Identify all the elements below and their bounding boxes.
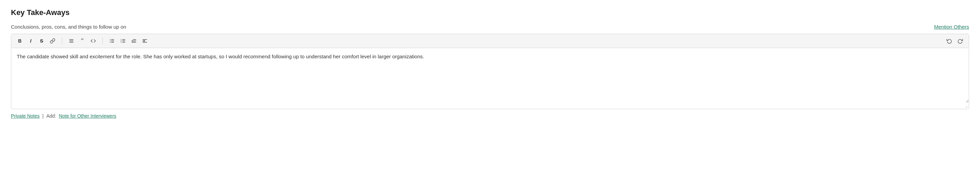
note-for-interviewers-link[interactable]: Note for Other Interviewers [59,113,116,119]
mention-others-link[interactable]: Mention Others [934,24,969,30]
subtitle-text: Conclusions, pros, cons, and things to f… [11,24,126,30]
page-title: Key Take-Aways [11,8,969,17]
history-group [944,36,965,46]
heading-icon [68,38,74,44]
bullet-list-icon [109,38,115,44]
italic-button[interactable]: I [25,36,36,46]
svg-text:3.: 3. [121,41,122,43]
indent-decrease-icon [131,38,137,44]
resize-icon: ⌟ [965,103,967,108]
bullet-list-button[interactable] [107,36,117,46]
indent-decrease-button[interactable] [129,36,139,46]
subtitle-row: Conclusions, pros, cons, and things to f… [11,24,969,30]
resize-handle[interactable]: ⌟ [11,102,969,109]
undo-button[interactable] [944,36,955,46]
footer-row: Private Notes | Add: Note for Other Inte… [11,113,969,119]
svg-point-3 [110,39,111,40]
bold-button[interactable]: B [15,36,25,46]
block-group: " [66,36,98,46]
editor-toolbar: B I S " [11,34,969,48]
code-icon [91,38,96,44]
undo-icon [947,38,952,44]
strikethrough-button[interactable]: S [37,36,47,46]
toolbar-divider-1 [62,38,62,44]
redo-button[interactable] [955,36,965,46]
indent-increase-icon [142,38,148,44]
redo-icon [958,38,963,44]
footer-separator: | [42,113,44,119]
svg-point-5 [110,42,111,43]
private-notes-link[interactable]: Private Notes [11,113,40,119]
link-button[interactable] [48,36,58,46]
code-button[interactable] [88,36,98,46]
heading-button[interactable] [66,36,76,46]
ordered-list-icon: 1. 2. 3. [120,38,126,44]
toolbar-divider-2 [102,38,103,44]
format-group: B I S [15,36,58,46]
blockquote-button[interactable]: " [77,36,88,46]
link-icon [50,38,55,44]
editor-body[interactable]: The candidate showed skill and excitemen… [11,48,969,102]
indent-increase-button[interactable] [140,36,150,46]
editor-container: B I S " [11,34,969,109]
list-group: 1. 2. 3. [107,36,150,46]
add-label: Add: [46,113,56,119]
svg-point-4 [110,41,111,41]
ordered-list-button[interactable]: 1. 2. 3. [118,36,128,46]
